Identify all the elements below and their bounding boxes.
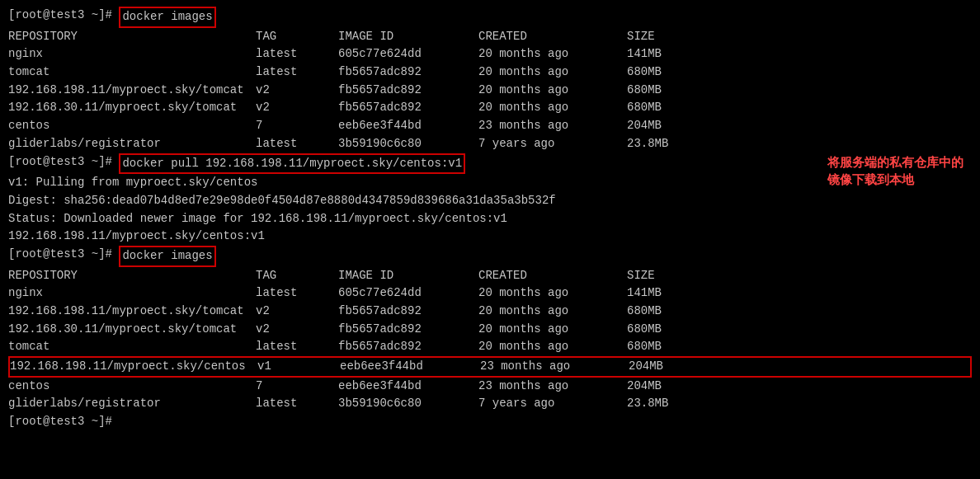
header-row-2: REPOSITORY TAG IMAGE ID CREATED SIZE [8, 267, 972, 285]
table-row: nginxlatest605c77e624dd20 months ago141M… [8, 45, 972, 63]
prompt2: [root@test3 ~]# [8, 153, 119, 175]
table-row: 192.168.30.11/myproect.sky/tomcatv2fb565… [8, 321, 972, 339]
highlighted-row: 192.168.198.11/myproect.sky/centosv1eeb6… [8, 356, 972, 378]
pull-cmd-highlight: docker pull 192.168.198.11/myproect.sky/… [119, 153, 465, 175]
col-created: CREATED [478, 28, 627, 46]
cmd1-line: [root@test3 ~]# docker images [8, 7, 972, 28]
prompt1: [root@test3 ~]# [8, 7, 119, 28]
pull-section: [root@test3 ~]# docker pull 192.168.198.… [8, 153, 972, 175]
table-row: tomcatlatestfb5657adc89220 months ago680… [8, 338, 972, 356]
annotation-line2: 镜像下载到本地 [827, 171, 964, 188]
table-row: 192.168.198.11/myproect.sky/tomcatv2fb56… [8, 303, 972, 321]
col-created2: CREATED [478, 267, 627, 285]
col-imageid: IMAGE ID [338, 28, 478, 46]
cmd2-line: [root@test3 ~]# docker images [8, 246, 972, 267]
col-size: SIZE [627, 28, 709, 46]
table-row: tomcatlatestfb5657adc89220 months ago680… [8, 63, 972, 82]
pull-output-line2: Digest: sha256:dead07b4d8ed7e29e98de0f45… [8, 192, 972, 210]
table-row: gliderlabs/registratorlatest3b59190c6c80… [8, 135, 972, 153]
terminal-window: [root@test3 ~]# docker images REPOSITORY… [8, 7, 972, 431]
table-row: 192.168.30.11/myproect.sky/tomcatv2fb565… [8, 99, 972, 117]
trailing-prompt-line: [root@test3 ~]# [8, 413, 972, 431]
prompt3: [root@test3 ~]# [8, 246, 119, 267]
annotation-block: 将服务端的私有仓库中的 镜像下载到本地 [827, 153, 964, 188]
col-tag2: TAG [256, 267, 338, 285]
col-repo: REPOSITORY [8, 28, 256, 46]
header-row-1: REPOSITORY TAG IMAGE ID CREATED SIZE [8, 28, 972, 46]
table-row: centos7eeb6ee3f44bd23 months ago204MB [8, 378, 972, 396]
table-row: nginxlatest605c77e624dd20 months ago141M… [8, 284, 972, 303]
table-row: centos7eeb6ee3f44bd23 months ago204MB [8, 117, 972, 135]
cmd1-highlight: docker images [119, 7, 215, 28]
table-row: 192.168.198.11/myproect.sky/tomcatv2fb56… [8, 82, 972, 100]
col-repo2: REPOSITORY [8, 267, 256, 285]
col-tag: TAG [256, 28, 338, 46]
pull-output-line4: 192.168.198.11/myproect.sky/centos:v1 [8, 228, 972, 246]
cmd2-highlight: docker images [119, 246, 215, 267]
annotation-line1: 将服务端的私有仓库中的 [827, 153, 964, 171]
pull-output-line3: Status: Downloaded newer image for 192.1… [8, 210, 972, 228]
col-size2: SIZE [627, 267, 709, 285]
col-imageid2: IMAGE ID [338, 267, 478, 285]
table-row: gliderlabs/registratorlatest3b59190c6c80… [8, 395, 972, 413]
